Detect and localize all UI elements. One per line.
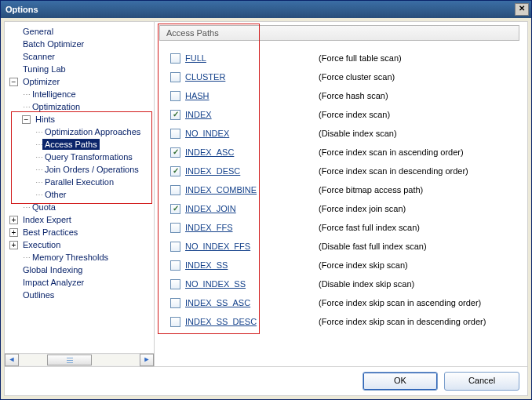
hint-row: INDEX_COMBINE(Force bitmap access path)	[170, 180, 527, 199]
hint-checkbox[interactable]	[170, 242, 180, 252]
hint-name-link[interactable]: NO_INDEX_FFS	[185, 242, 319, 251]
tree-item-label[interactable]: Impact Analyzer	[20, 277, 86, 288]
tree-item-label[interactable]: Index Expert	[20, 214, 74, 225]
hint-checkbox[interactable]	[170, 317, 180, 327]
nav-tree[interactable]: GeneralBatch OptimizerScannerTuning Lab−…	[5, 25, 154, 301]
hint-checkbox[interactable]	[170, 185, 180, 195]
tree-item[interactable]: General	[8, 25, 154, 38]
tree-item[interactable]: ⋯Join Orders / Operations	[33, 163, 154, 176]
hint-name-link[interactable]: FULL	[185, 53, 319, 63]
scroll-right-icon[interactable]: ►	[140, 354, 154, 366]
tree-item[interactable]: +Execution	[8, 238, 154, 251]
tree-item[interactable]: ⋯Access Paths	[33, 138, 154, 151]
ok-button[interactable]: OK	[363, 372, 438, 391]
hint-row: NO_INDEX_FFS(Disable fast full index sca…	[170, 237, 527, 256]
hint-checkbox[interactable]	[170, 129, 180, 139]
tree-item[interactable]: Scanner	[8, 50, 154, 63]
tree-item[interactable]: ⋯Intelligence	[20, 88, 154, 100]
hint-row: INDEX_ASC(Force index scan in ascending …	[170, 143, 527, 162]
tree-item[interactable]: ⋯Optimization	[20, 100, 154, 113]
hint-row: NO_INDEX(Disable index scan)	[170, 124, 527, 143]
scroll-left-icon[interactable]: ◄	[5, 354, 19, 366]
hint-description: (Force fast full index scan)	[319, 223, 420, 232]
tree-item[interactable]: +Best Practices	[8, 226, 154, 238]
hint-name-link[interactable]: INDEX_ASC	[185, 147, 319, 157]
tree-item-label[interactable]: Batch Optimizer	[20, 38, 86, 49]
tree-item[interactable]: Impact Analyzer	[8, 276, 154, 289]
hint-name-link[interactable]: INDEX_SS_ASC	[185, 298, 319, 307]
hint-row: FULL(Force full table scan)	[170, 49, 527, 67]
hint-name-link[interactable]: INDEX	[185, 110, 319, 119]
tree-item[interactable]: +Index Expert	[8, 213, 154, 226]
hint-name-link[interactable]: HASH	[185, 91, 319, 100]
tree-item-label[interactable]: Scanner	[20, 51, 57, 62]
tree-item-label[interactable]: Access Paths	[42, 139, 100, 150]
leaf-icon: ⋯	[22, 90, 30, 99]
tree-item[interactable]: Global Indexing	[8, 264, 154, 276]
collapse-icon[interactable]: −	[22, 115, 31, 124]
hint-name-link[interactable]: INDEX_DESC	[185, 166, 319, 176]
hint-checkbox[interactable]	[170, 166, 180, 176]
hint-name-link[interactable]: INDEX_FFS	[185, 223, 319, 232]
hint-checkbox[interactable]	[170, 147, 180, 158]
hint-checkbox[interactable]	[170, 279, 180, 289]
options-dialog: Options ✕ GeneralBatch OptimizerScannerT…	[0, 0, 532, 400]
tree-item-label[interactable]: Quota	[30, 202, 58, 213]
hint-name-link[interactable]: INDEX_SS_DESC	[185, 317, 319, 326]
tree-item-label[interactable]: Outlines	[20, 289, 56, 300]
tree-item[interactable]: Tuning Lab	[8, 63, 154, 75]
hint-checkbox[interactable]	[170, 260, 180, 271]
tree-item[interactable]: ⋯Query Transformations	[33, 151, 154, 163]
hint-name-link[interactable]: INDEX_COMBINE	[185, 185, 319, 195]
tree-item-label[interactable]: Optimization Approaches	[42, 126, 143, 137]
tree-item-label[interactable]: Memory Thresholds	[30, 252, 111, 263]
tree-item-label[interactable]: Optimization	[30, 101, 82, 112]
tree-item-label[interactable]: Global Indexing	[20, 264, 85, 275]
hint-checkbox[interactable]	[170, 110, 180, 120]
tree-item-label[interactable]: Other	[42, 189, 69, 200]
collapse-icon[interactable]: −	[9, 78, 18, 86]
hint-description: (Force index skip scan)	[319, 260, 408, 270]
tree-item[interactable]: ⋯Other	[33, 188, 154, 201]
hint-checkbox[interactable]	[170, 223, 180, 233]
tree-item[interactable]: −Optimizer	[8, 75, 154, 88]
expand-icon[interactable]: +	[9, 216, 18, 224]
tree-item-label[interactable]: Optimizer	[20, 76, 62, 87]
expand-icon[interactable]: +	[9, 228, 18, 237]
tree-item-label[interactable]: Execution	[20, 239, 63, 250]
tree-item-label[interactable]: General	[20, 26, 56, 37]
tree-item[interactable]: Batch Optimizer	[8, 38, 154, 50]
hint-name-link[interactable]: INDEX_SS	[185, 260, 319, 270]
close-icon[interactable]: ✕	[515, 3, 529, 16]
tree-item[interactable]: −Hints	[20, 113, 154, 125]
scroll-track[interactable]	[20, 355, 139, 365]
tree-item[interactable]: ⋯Optimization Approaches	[33, 125, 154, 138]
tree-item[interactable]: ⋯Quota	[20, 201, 154, 213]
hint-name-link[interactable]: NO_INDEX	[185, 129, 319, 138]
tree-item-label[interactable]: Intelligence	[30, 89, 78, 100]
hint-name-link[interactable]: CLUSTER	[185, 72, 319, 82]
cancel-button[interactable]: Cancel	[444, 372, 519, 391]
tree-hscrollbar[interactable]: ◄ ►	[5, 353, 154, 366]
hint-checkbox[interactable]	[170, 72, 180, 82]
tree-item-label[interactable]: Query Transformations	[42, 151, 135, 162]
leaf-icon: ⋯	[35, 153, 42, 162]
tree-item-label[interactable]: Tuning Lab	[20, 64, 68, 75]
hint-checkbox[interactable]	[170, 91, 180, 101]
hint-checkbox[interactable]	[170, 204, 180, 214]
hint-name-link[interactable]: NO_INDEX_SS	[185, 279, 319, 289]
tree-item[interactable]: ⋯Memory Thresholds	[20, 251, 154, 264]
tree-item-label[interactable]: Hints	[33, 114, 57, 125]
tree-item-label[interactable]: Join Orders / Operations	[42, 164, 141, 175]
tree-item[interactable]: Outlines	[8, 289, 154, 301]
expand-icon[interactable]: +	[9, 241, 18, 249]
hint-checkbox[interactable]	[170, 298, 180, 308]
group-header-label: Access Paths	[166, 28, 219, 38]
hint-name-link[interactable]: INDEX_JOIN	[185, 204, 319, 213]
hint-row: HASH(Force hash scan)	[170, 86, 527, 105]
hint-checkbox[interactable]	[170, 53, 180, 64]
tree-item-label[interactable]: Parallel Execution	[42, 176, 116, 187]
tree-item[interactable]: ⋯Parallel Execution	[33, 176, 154, 188]
tree-item-label[interactable]: Best Practices	[20, 227, 80, 238]
scroll-thumb[interactable]	[47, 355, 92, 365]
